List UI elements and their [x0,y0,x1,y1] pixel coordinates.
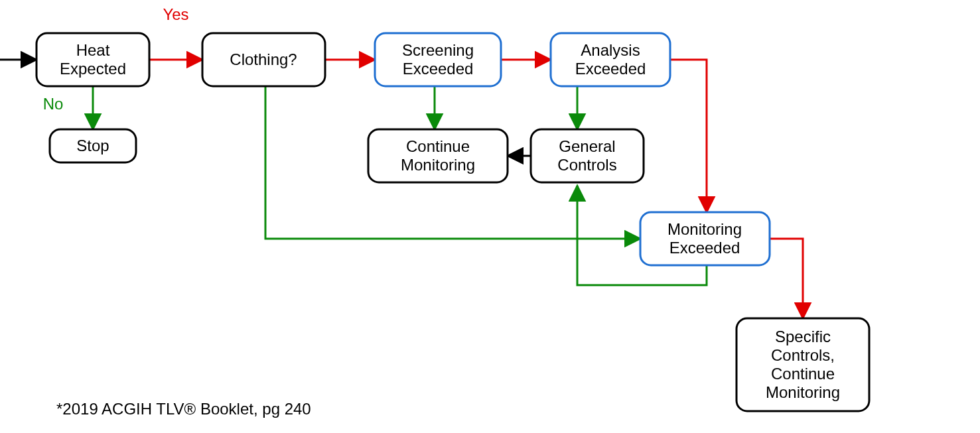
node-text: Monitoring [766,383,840,401]
node-stop: Stop [50,129,136,162]
node-text: Exceeded [575,60,646,78]
flowchart: Heat Expected Stop Clothing? Screening E… [0,0,980,433]
node-text: Specific [775,328,831,345]
node-text: Monitoring [401,156,475,174]
node-clothing: Clothing? [202,33,325,86]
node-monitoring-exceeded: Monitoring Exceeded [640,212,770,265]
label-no: No [43,95,64,113]
node-general-controls: General Controls [531,129,644,182]
node-continue-monitoring: Continue Monitoring [368,129,508,182]
node-text: Expected [60,60,126,78]
edge-monitoring-specific [770,239,803,318]
node-text: Clothing? [230,50,297,68]
node-text: Exceeded [669,239,740,257]
node-text: Controls [557,156,616,174]
node-text: Stop [76,137,109,155]
node-text: Analysis [581,41,640,59]
edge-analysis-monitoring [670,60,707,212]
node-analysis-exceeded: Analysis Exceeded [551,33,670,86]
node-text: Continue [406,137,470,155]
node-specific-controls: Specific Controls, Continue Monitoring [736,318,869,411]
footnote: *2019 ACGIH TLV® Booklet, pg 240 [56,400,311,418]
node-text: Exceeded [403,60,474,78]
node-text: General [559,137,615,155]
node-heat-expected: Heat Expected [36,33,149,86]
label-yes: Yes [163,5,188,23]
node-screening-exceeded: Screening Exceeded [375,33,501,86]
node-text: Continue [771,365,835,383]
node-text: Controls, [771,346,835,364]
node-text: Monitoring [667,220,742,238]
node-text: Heat [76,41,110,59]
node-text: Screening [402,41,474,59]
